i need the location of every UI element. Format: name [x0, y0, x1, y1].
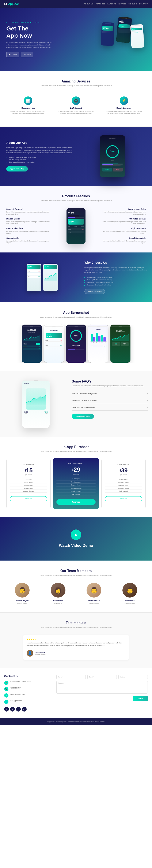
faq-item-3[interactable]: When does the download start? ›	[72, 404, 148, 411]
app-store-button[interactable]: App Store	[21, 52, 33, 57]
features-grid: Simple & Powerful Donec et lorem augue c…	[6, 208, 146, 244]
screenshots-subtitle: Lorem ipsum dolor sit amet consectetur a…	[34, 316, 118, 318]
google-plus-button[interactable]: g+	[22, 707, 27, 712]
hero-section: Best Mobile Banking App 2019 Get The App…	[0, 8, 152, 71]
team-name-adam: Adam William	[78, 600, 110, 602]
about-section: About Our App Moribus, vel neget magna e…	[0, 127, 152, 186]
faq-section: Portfolio	[0, 371, 152, 437]
team-member-adam: 👨 Adam William Lead Developer	[78, 583, 110, 604]
logo-appstar: AppStar	[8, 2, 19, 5]
team-member-william: 👨 William Taylor CEO & Founder	[6, 583, 38, 604]
nav-logo: LT AppStar	[4, 2, 19, 5]
why-left: $485 Balance Food-$45 Travel-$120 Salary…	[4, 264, 80, 291]
hero-description: Excepteur sint ipsum-praesent convallius…	[6, 41, 53, 49]
contact-email-input[interactable]	[87, 675, 117, 679]
contact-subject-input[interactable]	[118, 675, 148, 679]
facebook-button[interactable]: f	[4, 707, 9, 712]
linkedin-button[interactable]: in	[16, 707, 21, 712]
footer-text: Copyright © 2019 LT AppStar - Free Respo…	[4, 721, 148, 722]
contact-email-text: support@appstar.com	[10, 693, 25, 696]
enterprise-feature-5: SAP support	[105, 490, 142, 493]
pricing-card-professional: Professional $29 per month 10 GB space U…	[53, 458, 99, 509]
ss1-label: Account Balance	[23, 332, 41, 333]
google-play-button[interactable]: ▶ Ch Play	[6, 52, 19, 57]
team-avatar-william: 👨	[15, 583, 30, 597]
footer: Copyright © 2019 LT AppStar - Free Respo…	[0, 718, 152, 725]
about-list: Buildarit money segregation conveniently…	[6, 157, 73, 163]
mini-savings-label: Savings	[45, 267, 56, 268]
contact-name-input[interactable]	[56, 675, 86, 679]
twitter-button[interactable]: t	[10, 707, 15, 712]
service-item-integration: ⚡ Easy Integration Sed faucibus malesuad…	[102, 93, 146, 118]
team-avatar-elina: 👩	[51, 583, 66, 597]
team-role-william: CEO & Founder	[6, 602, 38, 604]
services-section: Amazing Services Lorem ipsum dolor sit a…	[0, 71, 152, 126]
pricing-period-enterprise: per month	[105, 474, 142, 475]
screenshot-1-screen: $2,050.00 Account Balance Send Receive S…	[22, 324, 42, 363]
about-cta-button[interactable]: Approve The App	[6, 166, 28, 172]
testimonial-avatar-1: 👤	[27, 650, 33, 656]
contact-website: 🌐 www.appstar.com	[4, 700, 50, 704]
pricing-price-enterprise: $39	[105, 467, 142, 474]
services-grid: 📊 Easy Analytics Sed faucibus malesuada …	[6, 93, 146, 118]
contact-message-input[interactable]	[56, 681, 148, 693]
feature-title-1: Simple & Powerful	[6, 208, 51, 210]
pricing-tier-professional: Professional	[56, 462, 96, 465]
why-description: Lorem ipsum dolor sit amet consectetur a…	[84, 267, 148, 274]
feature-item-5: Improve Your Sales Donec et lorem augue …	[101, 208, 146, 215]
enterprise-feature-4: Unlimited report	[105, 487, 142, 490]
nav-layouts[interactable]: Layouts	[108, 3, 116, 5]
nav-about[interactable]: About Us	[84, 3, 93, 5]
team-section: Our Team Members Lorem ipsum dolor sit a…	[0, 561, 152, 612]
team-role-jack: Marketing Head	[114, 602, 146, 604]
about-list-item-2: Abordes Design 2 colores	[6, 159, 73, 160]
nav-features[interactable]: Features	[96, 3, 105, 5]
hero-right: Balance $4,750 € My Wallet $4,750 Card *…	[76, 14, 146, 65]
nav-inprice[interactable]: In Price	[118, 3, 126, 5]
professional-purchase-button[interactable]: Purchase	[56, 499, 96, 505]
feature-desc-4: Aut suggest et laboris adipiscing elit. …	[6, 240, 51, 244]
mini-list-1: Food-$45	[28, 270, 41, 272]
why-list-3: AppStar Is the best mobile banking free.	[84, 282, 148, 283]
nav-contact[interactable]: Contact	[139, 3, 148, 5]
screenshot-2: Transactions Total Spent $2,450 Netflix-…	[44, 324, 64, 363]
about-phone-mockup: Performance 78% Score $4.8K	[100, 135, 125, 177]
ss2-title: Transactions	[45, 329, 63, 332]
features-right-col: Improve Your Sales Donec et lorem augue …	[101, 208, 146, 244]
svg-marker-0	[44, 273, 57, 280]
faq-item-1[interactable]: How can I download at anymore? ›	[72, 390, 148, 397]
faq-left: Portfolio	[4, 379, 68, 428]
pricing-tier-enterprise: Enterprise	[105, 463, 142, 465]
screenshot-4-screen: Analytics Jan Feb Mar Apr May	[88, 324, 108, 363]
feature-item-4: Customizable Aut suggest et laboris adip…	[6, 237, 51, 244]
testimonials-section: Testimonials Lorem ipsum dolor sit amet …	[0, 613, 152, 669]
phone-bar-2	[68, 217, 84, 218]
standard-purchase-button[interactable]: Purchase	[10, 496, 47, 501]
contact-submit-button[interactable]: SEND	[133, 696, 148, 702]
mini-list-3: Salary+$800	[28, 276, 41, 278]
nav-blog[interactable]: Go Blog	[128, 3, 137, 5]
about-phone-screen: Performance 78% Score $4.8K	[100, 135, 125, 177]
mini-list-2: Travel-$120	[28, 273, 41, 275]
pricing-period-professional: per month	[56, 473, 96, 475]
team-member-elina: 👩 Elina Rose UX Designer	[42, 583, 74, 604]
video-section: Watch Video Demo	[0, 517, 152, 561]
pro-feature-1: 10 GB space	[56, 477, 96, 480]
faq-contact-button[interactable]: Get contact now!	[72, 413, 94, 419]
contact-form-top	[56, 675, 148, 679]
feature-desc-7: Aut suggest et laboris adipiscing elit. …	[101, 230, 146, 235]
service-item-analytics: 📊 Easy Analytics Sed faucibus malesuada …	[6, 93, 50, 118]
ratings-reviews-button[interactable]: Ratings & Reviews	[84, 289, 105, 294]
faq-item-2[interactable]: What are I download at anymore? ›	[72, 397, 148, 404]
pricing-features-enterprise: 10 GB space Unlimited space Support Prio…	[105, 478, 142, 493]
standard-feature-2: 5 User space	[10, 481, 47, 484]
why-list-2: Best AppStar have an app community.	[84, 279, 148, 281]
pricing-card-standard: Standard $15 per month 1 GB space 5 User…	[6, 459, 51, 508]
faq-phone-mockup: Portfolio	[22, 379, 50, 428]
features-title: Product Features	[6, 194, 146, 198]
enterprise-purchase-button[interactable]: Purchase	[105, 496, 142, 501]
features-phone-screen: My Account $5,000 $5,000 Total Balance S…	[67, 208, 85, 244]
video-play-button[interactable]	[71, 529, 81, 540]
features-left-col: Simple & Powerful Donec et lorem augue c…	[6, 208, 51, 244]
testimonial-author-name: John Smith	[35, 651, 46, 653]
